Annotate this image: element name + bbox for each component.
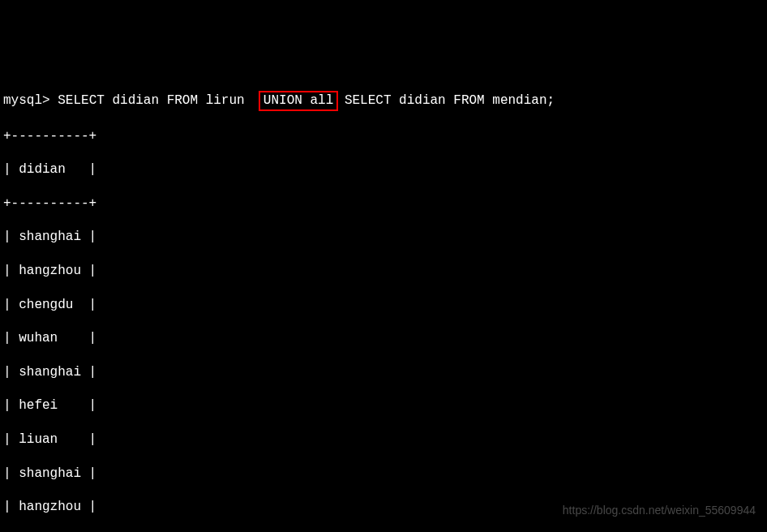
terminal-output: mysql> SELECT didian FROM lirun UNION al…: [3, 74, 767, 532]
table-divider: +----------+: [3, 195, 767, 212]
table-row: | chengdu |: [3, 297, 767, 314]
sql-text-pre: SELECT didian FROM lirun: [58, 93, 260, 108]
highlight-union-all: UNION all: [259, 91, 338, 111]
table-row: | hangzhou |: [3, 263, 767, 280]
table-header: | didian |: [3, 161, 767, 178]
table-divider: +----------+: [3, 128, 767, 145]
table-row: | liuan |: [3, 431, 767, 448]
table-row: | shanghai |: [3, 466, 767, 483]
watermark-text: https://blog.csdn.net/weixin_55609944: [563, 503, 756, 517]
table-row: | wuhan |: [3, 330, 767, 347]
table-row: | hefei |: [3, 397, 767, 414]
table-row: | shanghai |: [3, 229, 767, 246]
query1-line: mysql> SELECT didian FROM lirun UNION al…: [3, 91, 767, 111]
table-row: | shanghai |: [3, 364, 767, 381]
sql-text-post: SELECT didian FROM mendian;: [336, 93, 555, 108]
mysql-prompt[interactable]: mysql>: [3, 93, 58, 108]
